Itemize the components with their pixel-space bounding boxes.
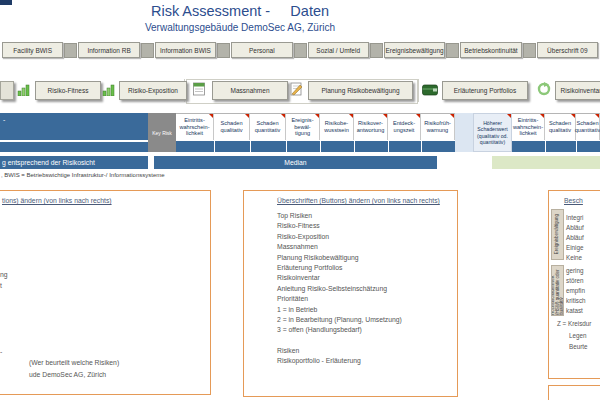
cell-divider <box>214 141 215 152</box>
rotated-group-label: Ereignisbewältigung <box>555 214 560 254</box>
column-header-cell[interactable]: Risikover- antwortung <box>354 113 388 140</box>
nav-button-facility-bwis[interactable]: Facility BWIS <box>2 42 63 58</box>
column-header-label: Risikofrüh- warnung <box>422 120 453 133</box>
median-band[interactable]: Median <box>154 156 437 169</box>
nav-button-sozial-umfeld[interactable]: Sozial / Umfeld <box>308 42 369 58</box>
wallet-icon[interactable] <box>422 84 439 96</box>
comment-marker <box>416 114 420 118</box>
nav-separator <box>370 43 383 58</box>
legend-line: stören <box>566 277 584 284</box>
list-item: Massnahmen <box>277 243 402 253</box>
column-header-label: Risikover- antwortung <box>355 120 386 133</box>
column-header-cell[interactable]: Schaden qualitativ <box>545 113 576 140</box>
legend-line: Einige <box>566 244 584 251</box>
page-subtitle: Verwaltungsgebäude DemoSec AG, Zürich <box>40 22 440 33</box>
column-header-cell[interactable]: Schaden quantitativ <box>250 113 286 140</box>
column-header-cell[interactable]: Eintritts- wahrschein- lichkeit <box>176 113 214 140</box>
risikoinventar-button[interactable]: Risikoinventar <box>555 81 600 100</box>
left-panel-line: ude DemoSec AG, Zürich <box>29 371 106 378</box>
higher-damage-header-cell[interactable]: Höherer Schadenwert (qualitativ od. quan… <box>473 113 512 152</box>
column-header-label: Schaden qualitativ <box>546 120 574 133</box>
corner-fragment <box>0 0 12 5</box>
column-header-cell[interactable]: Risikobe- wusstsein <box>320 113 354 140</box>
bar-chart-icon[interactable] <box>17 83 30 96</box>
list-item: Prioritäten <box>277 295 402 305</box>
document-pencil-icon[interactable] <box>289 82 304 96</box>
risk-assessment-sheet: Risk Assessment - Daten Verwaltungsgebäu… <box>0 0 600 400</box>
comment-marker <box>507 114 511 118</box>
cell-divider <box>421 141 422 152</box>
nav-button-ereignisbewaeltigung[interactable]: Ereignisbewältigung <box>384 42 445 58</box>
column-header-label: Risikobe- wusstsein <box>321 120 352 133</box>
recycle-icon[interactable] <box>537 82 551 96</box>
cell-divider <box>576 141 577 152</box>
bottom-right-panel <box>548 385 600 400</box>
legend-line: katast <box>566 307 583 314</box>
bar-chart-icon[interactable] <box>102 83 115 96</box>
nav-button-personal[interactable]: Personal <box>231 42 292 58</box>
column-header-label: Schaden quantitativ <box>575 120 600 133</box>
risiko-exposition-button[interactable]: Risiko-Exposition <box>119 81 187 100</box>
legend-line: gering <box>566 267 584 274</box>
green-value-cell[interactable] <box>492 156 600 169</box>
nav-separator <box>64 43 77 58</box>
nav-separator <box>141 43 154 58</box>
column-header-cell[interactable]: Schaden qualitativ <box>214 113 250 140</box>
legend-line: kritisch <box>566 297 586 304</box>
key-risk-label: Key Risk <box>152 130 172 136</box>
nav-button-information-rb[interactable]: Information RB <box>78 42 139 58</box>
nav-button-ueberschrift-09[interactable]: Überschrift 09 <box>537 42 598 58</box>
column-header-cell[interactable]: Eintritts- wahrschein- lichkeit <box>512 113 545 140</box>
cell-divider <box>388 141 389 152</box>
comment-marker <box>245 114 249 118</box>
left-panel-line: (Wer beurteilt welche Risiken) <box>29 359 119 366</box>
clipped-text-fragment: - <box>0 348 2 355</box>
clipped-text-fragment: ng <box>0 271 8 278</box>
legend-line: Abläuf <box>566 224 584 231</box>
comment-marker <box>281 114 285 118</box>
nav-button-information-bwis[interactable]: Information BWIS <box>155 42 216 58</box>
list-item: Erläuterung Portfolios <box>277 264 402 274</box>
legend-line: Integri <box>566 214 584 221</box>
column-header-cell[interactable]: Entdeck- ungszeit <box>388 113 421 140</box>
legend-line: Z = Kreisdur <box>557 320 591 327</box>
nav-button-betriebskontinuitaet[interactable]: Betriebskontinuität <box>460 42 521 58</box>
comment-marker <box>315 114 319 118</box>
key-risk-header-cell[interactable]: Key Risk <box>148 113 176 152</box>
cell-divider <box>286 141 287 152</box>
list-item: 1 = in Betrieb <box>277 306 402 316</box>
column-header-label: Eintritts- wahrschein- lichkeit <box>513 117 543 137</box>
notepad-icon[interactable] <box>192 82 206 96</box>
clipped-button-fragment[interactable] <box>0 81 14 100</box>
risiko-fitness-button[interactable]: Risiko-Fitness <box>35 81 101 100</box>
hoechstschaden-group-label-box: Höchstschadenwert (HSW) quantitativ oder… <box>551 265 564 316</box>
list-item: 2 = in Bearbeitung (Planung, Umsetzung) <box>277 316 402 326</box>
legend-line: Abläuf <box>566 234 584 241</box>
spacer-cell[interactable] <box>455 113 473 152</box>
table-row-label-cell[interactable]: - <box>0 113 148 152</box>
header-band-strip <box>176 141 455 152</box>
footnote: , BWIS = Betriebswichtige Infrastruktur-… <box>1 172 165 178</box>
cell-divider <box>250 141 251 152</box>
column-header-cell[interactable]: Schaden quantitativ <box>576 113 600 140</box>
nav-separator <box>294 43 307 58</box>
legend-line: empfin <box>566 287 585 294</box>
massnahmen-button[interactable]: Massnahmen <box>212 81 288 100</box>
left-panel-header: tions) ändern (von links nach rechts) <box>2 197 112 204</box>
risk-view-band[interactable]: g entsprechend der Risikosicht <box>0 156 148 169</box>
comment-marker <box>450 114 454 118</box>
legend-line: Legen <box>569 332 587 339</box>
list-item: Risiko-Exposition <box>277 233 402 243</box>
planung-risikobewaeltigung-button[interactable]: Planung Risikobewältigung <box>308 81 413 100</box>
list-item: Anleitung Risiko-Selbsteinschätzung <box>277 285 402 295</box>
erlaeuterung-portfolios-button[interactable]: Erläuterung Portfolios <box>442 81 528 100</box>
list-item: Risikoinventar <box>277 274 402 284</box>
comment-marker <box>571 114 575 118</box>
median-label: Median <box>284 159 306 166</box>
list-item: Risikoportfolio - Erläuterung <box>277 357 402 367</box>
column-header-cell[interactable]: Ereignis- bewäl- tigung <box>286 113 320 140</box>
comment-marker <box>209 114 213 118</box>
cell-divider <box>545 141 546 152</box>
column-header-cell[interactable]: Risikofrüh- warnung <box>421 113 455 140</box>
column-header-label: Schaden quantitativ <box>251 120 284 133</box>
